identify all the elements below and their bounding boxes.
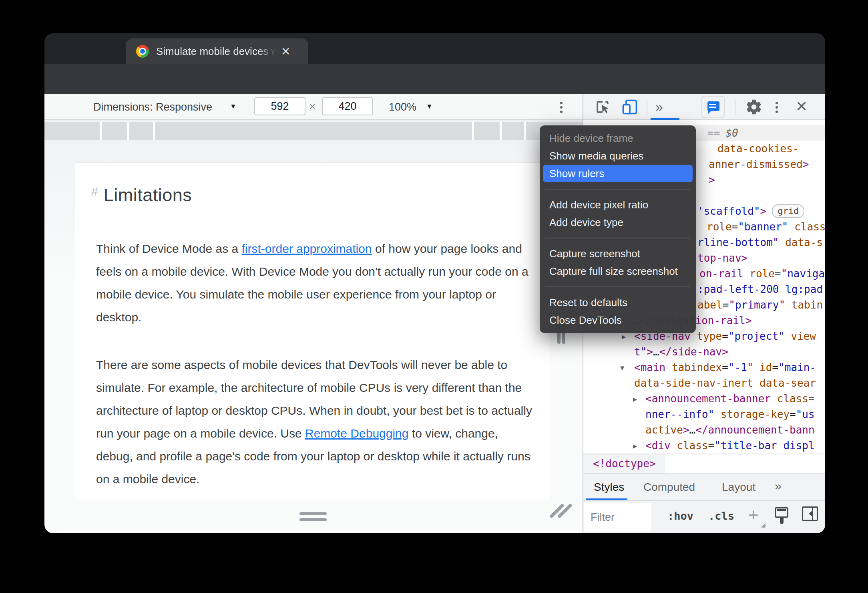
code-token: [788, 221, 795, 233]
zoom-caret-icon[interactable]: ▼: [426, 103, 433, 111]
code-token: tabin: [792, 299, 823, 311]
expand-arrow-icon[interactable]: ▶: [633, 438, 637, 454]
new-style-rule-button[interactable]: +: [748, 505, 759, 525]
tab-computed[interactable]: Computed: [643, 481, 695, 494]
active-panel-underline: [651, 118, 679, 120]
code-token: data-s: [785, 236, 823, 248]
code-token: 'scaffold": [697, 205, 760, 217]
menu-item-add-device-type[interactable]: Add device type: [543, 214, 693, 231]
expand-arrow-icon[interactable]: ▶: [633, 391, 637, 407]
code-token: "title-bar displ: [714, 440, 814, 452]
code-token: =: [772, 361, 778, 373]
code-token: <main: [634, 361, 665, 373]
viewport-resize-handle-bottom[interactable]: [299, 512, 327, 515]
tab-title: Simulate mobile devices with D: [156, 45, 276, 58]
expand-arrow-icon[interactable]: ▼: [620, 360, 624, 376]
code-token: =: [808, 393, 815, 405]
tab-styles[interactable]: Styles: [594, 481, 624, 494]
settings-gear-icon[interactable]: [745, 98, 763, 116]
dom-tree-line[interactable]: t">…</side-nav>: [583, 344, 825, 360]
chrome-favicon-icon: [136, 45, 149, 58]
code-token: id: [760, 361, 772, 373]
page-link[interactable]: Remote Debugging: [305, 427, 409, 440]
inspect-element-icon[interactable]: [594, 98, 611, 116]
code-token: >: [760, 205, 767, 217]
dom-tree-line[interactable]: ▶<announcement-banner class=: [583, 391, 825, 407]
toggle-device-toolbar-icon[interactable]: [621, 98, 639, 116]
browser-tab[interactable]: Simulate mobile devices with D ✕: [126, 38, 308, 64]
grid-badge[interactable]: grid: [772, 204, 804, 218]
viewport-resize-handle-bottom[interactable]: [299, 518, 327, 521]
code-token: [665, 361, 672, 373]
toggle-class-button[interactable]: .cls: [708, 510, 734, 522]
code-token: =: [732, 221, 738, 233]
snap-tick: [500, 122, 502, 140]
rendering-emulation-icon[interactable]: [775, 507, 788, 518]
breadcrumb-doctype[interactable]: <!doctype>: [583, 454, 665, 474]
more-panels-icon[interactable]: »: [655, 99, 661, 115]
code-token: =: [708, 440, 715, 452]
code-token: =: [723, 299, 729, 311]
code-token: t": [634, 346, 647, 358]
code-token: tabindex: [672, 361, 722, 373]
code-token: nner--info": [645, 408, 714, 420]
code-token: <announcement-banner: [645, 393, 771, 405]
selected-node-equals: ==: [707, 127, 720, 139]
heading-anchor-hash[interactable]: #: [91, 185, 98, 198]
snap-tick: [153, 122, 155, 140]
menu-item-show-rulers[interactable]: Show rulers: [543, 165, 693, 182]
code-token: abel: [697, 299, 723, 311]
menu-item-show-media-queries[interactable]: Show media queries: [543, 147, 693, 165]
code-token: [671, 440, 677, 452]
menu-item-capture-screenshot[interactable]: Capture screenshot: [543, 245, 693, 262]
more-sidebar-tabs-icon[interactable]: »: [775, 479, 780, 493]
code-token: <div: [645, 440, 671, 452]
devtools-toolbar: » ✕: [583, 94, 825, 120]
zoom-dropdown[interactable]: 100%: [389, 101, 416, 113]
menu-item-close-devtools[interactable]: Close DevTools: [543, 311, 693, 329]
code-token: =: [722, 361, 728, 373]
tab-layout[interactable]: Layout: [722, 481, 755, 494]
dom-tree-line[interactable]: nner--info" storage-key="us: [583, 407, 825, 422]
viewport-width-input[interactable]: [254, 97, 305, 115]
code-token: >: [803, 158, 809, 170]
styles-filter-input[interactable]: [584, 503, 651, 531]
code-token: "-1": [728, 361, 753, 373]
menu-separator: [545, 189, 690, 190]
browser-window: Simulate mobile devices with D ✕ + ⌄ ← →…: [44, 33, 825, 533]
page-link[interactable]: first-order approximation: [242, 242, 372, 255]
code-token: "main-: [778, 361, 816, 373]
menu-item-add-device-pixel-ratio[interactable]: Add device pixel ratio: [543, 196, 693, 214]
menu-item-capture-full-size-screenshot[interactable]: Capture full size screenshot: [543, 262, 693, 280]
sidebar-tabs: Styles Computed Layout »: [583, 473, 825, 500]
computed-sidebar-toggle-icon[interactable]: [802, 506, 818, 521]
code-token: on-rail: [699, 268, 743, 280]
code-token: class: [777, 393, 808, 405]
snap-tick: [127, 122, 129, 140]
dom-tree-line[interactable]: ▶<div class="title-bar displ: [583, 438, 825, 454]
code-token: type: [697, 330, 722, 342]
devtools-close-icon[interactable]: ✕: [796, 98, 808, 115]
code-token: data-cookies-: [717, 143, 799, 155]
code-token: >: [709, 174, 715, 186]
feedback-button[interactable]: [701, 96, 725, 118]
snap-tick: [472, 122, 474, 140]
toggle-pseudo-state-button[interactable]: :hov: [667, 510, 693, 522]
dimensions-dropdown[interactable]: Dimensions: Responsive: [93, 101, 212, 113]
selected-node-dollar0: $0: [725, 127, 738, 139]
tab-close-icon[interactable]: ✕: [281, 45, 290, 58]
dom-tree-line[interactable]: active>…</announcement-bann: [583, 422, 825, 438]
viewport-height-input[interactable]: [322, 97, 373, 115]
code-token: "project": [728, 330, 785, 342]
media-query-strip[interactable]: [44, 122, 583, 140]
code-token: view: [791, 330, 816, 342]
dom-tree-line[interactable]: ▼<main tabindex="-1" id="main-: [583, 360, 825, 375]
menu-item-reset-to-defaults[interactable]: Reset to defaults: [543, 294, 693, 311]
code-token: anner-dismissed: [709, 158, 803, 170]
device-toolbar-options-icon[interactable]: [560, 100, 563, 115]
code-token: "banner": [738, 221, 788, 233]
code-token: class: [677, 440, 708, 452]
dimensions-caret-icon[interactable]: ▼: [230, 103, 237, 111]
dom-tree-line[interactable]: data-side-nav-inert data-sear: [583, 375, 825, 391]
devtools-menu-icon[interactable]: [776, 100, 778, 115]
